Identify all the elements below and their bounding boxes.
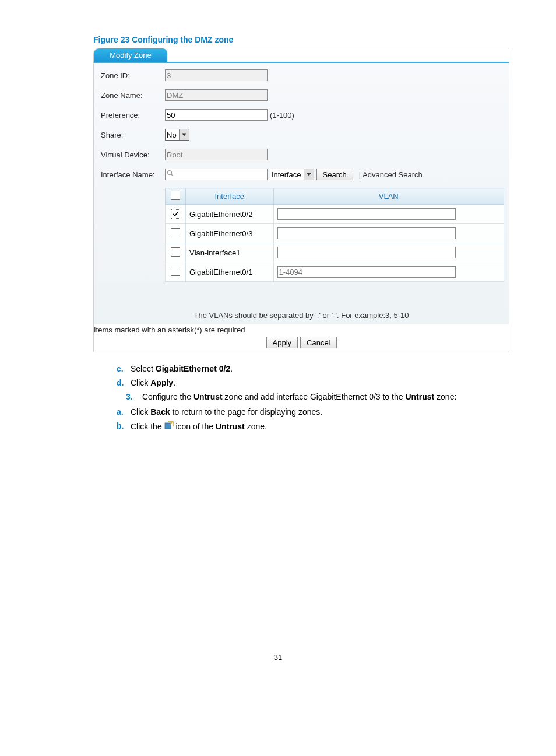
form-area: Zone ID: Zone Name: Preference: (1-100) … — [94, 63, 509, 324]
figure-caption: Figure 23 Configuring the DMZ zone — [93, 35, 509, 44]
step-b-text: Click the icon of the Untrust zone. — [131, 421, 509, 431]
label-zone-name: Zone Name: — [98, 91, 165, 100]
search-field-select[interactable]: Interface — [270, 169, 314, 180]
search-field-select-value: Interface — [270, 170, 304, 179]
virtual-device-input — [165, 149, 268, 160]
table-row: GigabitEthernet0/1 — [166, 262, 504, 282]
modify-zone-panel: Modify Zone Zone ID: Zone Name: Preferen… — [93, 48, 509, 352]
cell-interface: GigabitEthernet0/2 — [186, 205, 274, 224]
vlan-note: The VLANs should be separated by ',' or … — [98, 282, 504, 320]
share-select[interactable]: No — [165, 129, 189, 141]
table-row: GigabitEthernet0/3 — [166, 224, 504, 243]
tab-bar: Modify Zone — [94, 48, 509, 63]
page-number: 31 — [47, 653, 509, 662]
header-vlan: VLAN — [273, 188, 504, 205]
chevron-down-icon — [179, 130, 189, 140]
svg-line-1 — [171, 174, 173, 176]
table-row: Vlan-interface1 — [166, 243, 504, 262]
apply-button[interactable]: Apply — [266, 337, 298, 348]
table-row: GigabitEthernet0/2 — [166, 205, 504, 224]
zone-name-input — [165, 89, 268, 101]
row-checkbox[interactable] — [171, 209, 180, 219]
label-virtual-device: Virtual Device: — [98, 150, 165, 159]
cell-interface: Vlan-interface1 — [186, 243, 274, 262]
svg-point-0 — [168, 171, 172, 175]
step-3-text: Configure the Untrust zone and add inter… — [142, 392, 509, 401]
header-checkbox-cell — [166, 188, 186, 205]
step-c-text: Select GigabitEthernet 0/2. — [131, 364, 509, 373]
asterisk-note: Items marked with an asterisk(*) are req… — [94, 324, 509, 334]
chevron-down-icon — [304, 169, 314, 180]
row-checkbox[interactable] — [171, 228, 180, 237]
preference-range-hint: (1-100) — [270, 111, 294, 120]
vlan-input[interactable] — [277, 266, 456, 278]
interface-table: Interface VLAN GigabitEthernet0/2 — [165, 188, 504, 282]
step-bullet-3: 3. — [126, 392, 142, 401]
row-checkbox[interactable] — [171, 247, 180, 257]
label-interface-name: Interface Name: — [98, 170, 165, 179]
search-icon — [167, 170, 174, 178]
action-row: Apply Cancel — [94, 334, 509, 352]
step-bullet-b: b. — [117, 421, 131, 431]
vlan-input[interactable] — [277, 247, 456, 258]
interface-search-input[interactable] — [165, 169, 268, 180]
step-bullet-d: d. — [117, 378, 131, 387]
tab-modify-zone[interactable]: Modify Zone — [94, 48, 167, 62]
advanced-search-link[interactable]: | Advanced Search — [359, 170, 423, 179]
share-select-value: No — [166, 131, 179, 139]
edit-icon — [164, 421, 174, 429]
select-all-checkbox[interactable] — [171, 191, 180, 200]
zone-id-input — [165, 69, 268, 81]
search-button[interactable]: Search — [316, 169, 353, 180]
step-bullet-a: a. — [117, 407, 131, 416]
cancel-button[interactable]: Cancel — [300, 337, 336, 348]
header-interface: Interface — [186, 188, 274, 205]
label-preference: Preference: — [98, 111, 165, 120]
preference-input[interactable] — [165, 109, 268, 121]
step-bullet-c: c. — [117, 364, 131, 373]
instruction-list: c. Select GigabitEthernet 0/2. d. Click … — [117, 364, 509, 431]
label-share: Share: — [98, 131, 165, 139]
vlan-input[interactable] — [277, 228, 456, 239]
label-zone-id: Zone ID: — [98, 71, 165, 80]
row-checkbox[interactable] — [171, 267, 180, 276]
cell-interface: GigabitEthernet0/3 — [186, 224, 274, 243]
step-a-text: Click Back to return to the page for dis… — [131, 407, 509, 416]
cell-interface: GigabitEthernet0/1 — [186, 262, 274, 282]
step-d-text: Click Apply. — [131, 378, 509, 387]
vlan-input[interactable] — [277, 208, 456, 220]
